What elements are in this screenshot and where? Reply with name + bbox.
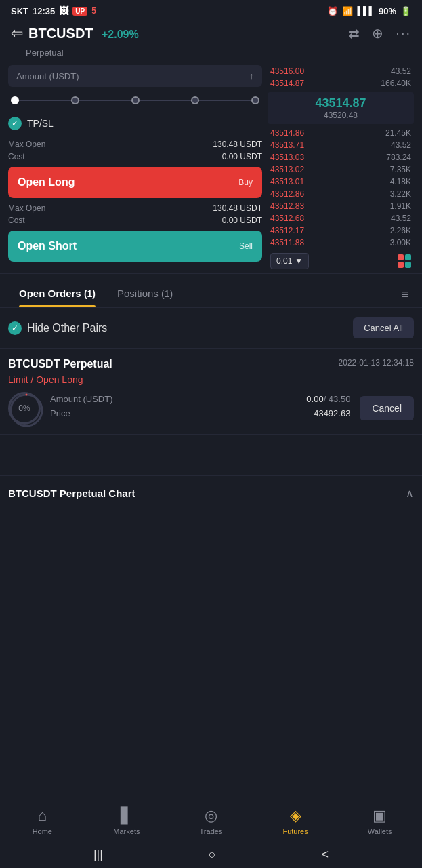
more-icon[interactable]: ··· [396,25,411,41]
status-bar: SKT 12:35 🖼 UP 5 ⏰ 📶 ▌▌▌ 90% 🔋 [0,0,422,19]
order-amount-row: Amount (USDT) 0.00/ 43.50 [50,394,350,404]
ob-sell-price-9: 43511.88 [270,238,304,248]
ob-sell-size-4: 4.18K [390,177,411,186]
max-open-value-long: 130.48 USDT [213,140,262,149]
slider-dot-2[interactable] [131,96,140,104]
tab-positions[interactable]: Positions (1) [106,282,184,307]
nav-item-trades[interactable]: ◎ Trades [190,807,231,835]
slider-row[interactable] [8,92,262,108]
carrier-label: SKT [11,6,28,16]
cost-value-short: 0.00 USDT [222,216,262,225]
slider-dot-0[interactable] [11,96,19,104]
nav-label-markets: Markets [113,827,140,835]
order-amount-label: Amount (USDT) [50,394,112,404]
ob-top-row: 43516.00 43.52 [268,65,414,77]
slider-dot-4[interactable] [251,96,259,104]
main-content: Amount (USDT) ↑ ✓ TP/SL Max Open 130.48 … [0,62,422,273]
notification-count: 5 [91,6,96,16]
ob-top-price: 43516.00 [270,66,304,76]
order-book: 43516.00 43.52 43514.87 166.40K 43514.87… [268,62,417,273]
ob-sell-price-5: 43512.86 [270,189,304,199]
nav-item-futures[interactable]: ◈ Futures [275,807,316,835]
chart-chevron-icon[interactable]: ∧ [406,487,414,500]
ob-sell-row-3: 43513.027.35K [268,163,414,176]
pair-subtitle: Perpetual [0,46,422,62]
hide-pairs-row: ✓ Hide Other Pairs Cancel All [0,308,422,349]
back-icon[interactable]: ⇦ [11,24,23,42]
ob-grid-cell-4 [405,262,411,268]
order-amount-value: 0.00/ 43.50 [306,394,350,404]
pair-info: BTCUSDT +2.09% [28,26,139,41]
sys-home-button[interactable]: ○ [209,848,216,862]
ob-sell-row-0: 43514.8621.45K [268,127,414,139]
ob-sell-price-4: 43513.01 [270,177,304,186]
ob-price-1: 43514.87 [270,79,304,88]
home-icon: ⌂ [38,807,47,825]
ob-grid-cell-2 [405,254,411,260]
hide-pairs-check[interactable]: ✓ [8,321,22,335]
tpsl-row[interactable]: ✓ TP/SL [8,114,262,133]
ob-sell-row-2: 43513.03783.24 [268,151,414,163]
order-price-label: Price [50,408,70,418]
order-price-value: 43492.63 [314,408,350,418]
ob-dropdown-value: 0.01 [276,256,292,266]
ob-grid-cell-3 [398,262,404,268]
compare-icon[interactable]: ⇄ [348,25,360,41]
spacer [0,435,422,462]
cost-row-short: Cost 0.00 USDT [8,216,262,225]
cost-row-long: Cost 0.00 USDT [8,152,262,161]
ob-sell-row-5: 43512.863.22K [268,188,414,200]
watchlist-icon[interactable]: ⊕ [372,25,383,41]
chevron-down-icon: ▼ [295,256,303,266]
trade-form: Amount (USDT) ↑ ✓ TP/SL Max Open 130.48 … [5,62,268,273]
ob-sell-row-7: 43512.6843.52 [268,212,414,224]
tpsl-label: TP/SL [27,118,54,129]
sys-back-button[interactable]: < [322,848,329,862]
open-long-side: Buy [238,178,253,187]
ob-sell-row-4: 43513.014.18K [268,176,414,188]
cancel-all-button[interactable]: Cancel All [353,317,414,338]
tpsl-check[interactable]: ✓ [8,117,22,130]
sys-menu-button[interactable]: ||| [93,848,103,862]
ob-sell-size-3: 7.35K [390,165,411,174]
ob-top-size: 43.52 [391,66,411,76]
nav-item-wallets[interactable]: ▣ Wallets [360,807,400,835]
ob-current-price: 43514.87 43520.48 [268,92,414,124]
cancel-order-button[interactable]: Cancel [360,396,414,420]
slider-dot-3[interactable] [191,96,199,104]
battery-icon: 🔋 [400,6,411,16]
order-card: BTCUSDT Perpetual 2022-01-13 12:34:18 Li… [0,349,422,435]
bottom-spacer [0,511,422,599]
time-label: 12:35 [33,6,55,16]
tab-open-orders[interactable]: Open Orders (1) [8,282,106,307]
slider-dot-1[interactable] [71,96,79,104]
ob-sell-size-5: 3.22K [390,189,411,199]
ob-sell-row-6: 43512.831.91K [268,200,414,212]
open-short-label: Open Short [18,240,77,252]
long-cost-info: Max Open 130.48 USDT Cost 0.00 USDT [8,140,262,161]
ob-row-1: 43514.87 166.40K [268,77,414,90]
ob-grid-icon[interactable] [398,254,411,268]
amount-input-row[interactable]: Amount (USDT) ↑ [8,65,262,87]
open-short-button[interactable]: Open Short Sell [8,231,262,262]
sys-nav: ||| ○ < [0,841,422,868]
ob-sell-size-6: 1.91K [390,201,411,211]
ob-sell-price-3: 43513.02 [270,165,304,174]
up-badge: UP [72,7,87,16]
filter-icon[interactable]: ≡ [396,282,414,307]
tab-open-orders-label: Open Orders [19,288,81,299]
nav-item-markets[interactable]: ▋ Markets [106,807,147,835]
nav-label-wallets: Wallets [368,827,392,835]
nav-item-home[interactable]: ⌂ Home [22,807,62,835]
order-type: Limit / Open Long [8,374,414,385]
futures-icon: ◈ [290,807,301,825]
slider-track[interactable] [11,96,259,104]
ob-sell-size-1: 43.52 [391,140,411,150]
wifi-icon: 📶 [342,6,353,16]
ob-dropdown[interactable]: 0.01 ▼ [270,253,309,269]
trades-icon: ◎ [205,807,217,825]
open-long-button[interactable]: Open Long Buy [8,167,262,198]
chart-section[interactable]: BTCUSDT Perpetual Chart ∧ [0,475,422,511]
cost-value-long: 0.00 USDT [222,152,262,161]
ob-sell-size-8: 2.26K [390,226,411,235]
